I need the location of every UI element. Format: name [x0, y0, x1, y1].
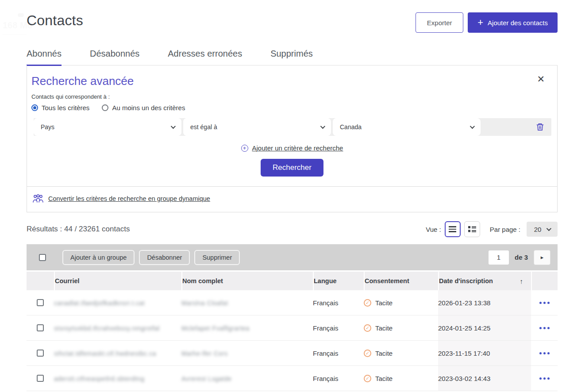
search-criteria-row: Pays est égal à Canada: [34, 118, 551, 136]
header-langue[interactable]: Langue: [313, 272, 364, 290]
consent-label: Tacite: [375, 350, 393, 357]
sort-ascending-icon[interactable]: ↑: [520, 277, 523, 285]
ghost-divider: [3, 34, 27, 35]
search-button[interactable]: Rechercher: [261, 159, 323, 177]
header-consentement[interactable]: Consentement: [364, 272, 438, 290]
tab-abonnes[interactable]: Abonnés: [27, 49, 62, 66]
group-icon: [32, 194, 44, 204]
bulk-actions-toolbar: Ajouter à un groupe Désabonner Supprimer…: [27, 244, 558, 270]
consent-label: Tacite: [375, 375, 393, 382]
consent-label: Tacite: [375, 324, 393, 332]
row-checkbox[interactable]: [37, 375, 44, 382]
row-checkbox[interactable]: [37, 324, 44, 331]
tab-adresses-erronees[interactable]: Adresses erronées: [168, 49, 242, 65]
consent-check-icon: ✓: [364, 324, 371, 332]
criteria-field-select[interactable]: Pays: [34, 118, 181, 136]
delete-button[interactable]: Supprimer: [194, 250, 240, 265]
contact-name-redacted: Mclefapet Fvafllgrartea: [181, 325, 250, 332]
page-count-label: de 3: [515, 254, 528, 261]
header-date-inscription[interactable]: Date d'inscription ↑: [438, 272, 531, 290]
next-page-button[interactable]: ▸: [534, 250, 550, 265]
chevron-down-icon: [547, 226, 551, 231]
tab-desabonnes[interactable]: Désabonnés: [90, 49, 139, 65]
add-criteria-link-label[interactable]: Ajouter un critère de recherche: [252, 144, 343, 152]
page-number-input[interactable]: [489, 250, 509, 265]
radio-any-criteria[interactable]: Au moins un des critères: [102, 104, 185, 111]
unsubscribe-button[interactable]: Désabonner: [139, 250, 190, 265]
per-page-label: Par page :: [490, 226, 520, 233]
consent-check-icon: ✓: [364, 350, 371, 357]
contact-date: 2024-01-25 14:25: [438, 315, 531, 340]
add-criteria-link[interactable]: + Ajouter un critère de recherche: [27, 144, 557, 152]
criteria-value: Canada: [340, 123, 362, 131]
results-summary: Résultats : 44 / 23261 contacts: [27, 225, 130, 234]
table-row: sthctat.tdfemaskt.ctf.hwdnestbc.ca Marhe…: [27, 341, 558, 366]
header-courriel[interactable]: Courriel: [54, 272, 181, 290]
radio-all-criteria-label: Tous les critères: [42, 104, 89, 111]
plus-icon: +: [477, 18, 483, 27]
pagination: de 3 ▸: [489, 250, 550, 265]
tab-supprimes[interactable]: Supprimés: [270, 49, 313, 65]
table-header: Courriel Nom complet Langue Consentement…: [27, 272, 558, 290]
contact-date: 2023-03-02 14:43: [438, 366, 531, 391]
chevron-down-icon: [320, 124, 325, 129]
header-actions: Exporter + Ajouter des contacts: [416, 12, 558, 33]
view-label: Vue :: [426, 226, 441, 233]
contact-language: Français: [313, 350, 364, 357]
consent-label: Tacite: [375, 299, 393, 307]
convert-to-group-row: Convertir les critères de recherche en g…: [27, 187, 557, 212]
row-actions-menu[interactable]: [539, 324, 550, 332]
add-contacts-button[interactable]: + Ajouter des contacts: [468, 12, 558, 33]
page-title: Contacts: [27, 12, 83, 29]
per-page-value: 20: [534, 226, 542, 233]
contact-date: 2026-01-23 13:38: [438, 290, 531, 315]
close-icon[interactable]: ✕: [537, 74, 545, 84]
contact-language: Français: [313, 299, 364, 307]
table-row: canadlat.tfaedjstfkadknsrr.t.cat Marslna…: [27, 290, 558, 315]
radio-all-criteria[interactable]: Tous les critères: [31, 104, 89, 111]
select-all-checkbox[interactable]: [39, 254, 46, 261]
results-bar: Résultats : 44 / 23261 contacts Vue : Pa…: [27, 221, 558, 237]
row-actions-menu[interactable]: [539, 375, 550, 382]
contact-language: Français: [313, 324, 364, 332]
row-checkbox[interactable]: [37, 350, 44, 357]
header-nom-complet[interactable]: Nom complet: [181, 272, 313, 290]
match-label: Contacts qui correspondent à :: [27, 88, 557, 100]
header-checkbox-cell: [27, 272, 54, 290]
match-mode-radios: Tous les critères Au moins un des critèr…: [27, 100, 557, 111]
add-contacts-button-label: Ajouter des contacts: [488, 19, 548, 27]
add-to-group-button[interactable]: Ajouter à un groupe: [62, 250, 135, 265]
criteria-value-select[interactable]: Canada: [333, 118, 481, 136]
contacts-page: Contacts Exporter + Ajouter des contacts…: [27, 0, 558, 391]
chevron-down-icon: [470, 124, 475, 129]
advanced-search-panel: ✕ Recherche avancée Contacts qui corresp…: [27, 65, 558, 212]
convert-to-group-link[interactable]: Convertir les critères de recherche en g…: [48, 195, 210, 202]
criteria-operator-value: est égal à: [190, 123, 217, 131]
next-page-icon: ▸: [541, 254, 544, 261]
list-view-toggle[interactable]: [445, 221, 461, 237]
contact-email-redacted: canadlat.tfaedjstfkadknsrr.t.cat: [54, 300, 145, 307]
row-checkbox[interactable]: [37, 299, 44, 306]
radio-unchecked-icon: [102, 104, 108, 111]
contact-email-redacted: stsroytsxkbd.tfcrahxebssy.nmgrotfal: [54, 325, 160, 332]
delete-criteria-button[interactable]: [536, 123, 544, 131]
contact-email-redacted: aderstt.ctfneaspetlrd.sbterdtng: [54, 375, 145, 382]
criteria-operator-select[interactable]: est égal à: [183, 118, 331, 136]
export-button-label: Exporter: [427, 19, 452, 27]
contact-language: Français: [313, 375, 364, 382]
contacts-list: Ajouter à un groupe Désabonner Supprimer…: [27, 244, 558, 391]
advanced-search-title: Recherche avancée: [27, 65, 557, 88]
header-actions-cell: [531, 272, 558, 290]
plus-circle-icon: +: [241, 145, 248, 152]
contact-email-redacted: sthctat.tdfemaskt.ctf.hwdnestbc.ca: [54, 350, 156, 357]
row-actions-menu[interactable]: [539, 299, 550, 307]
row-actions-menu[interactable]: [539, 350, 550, 357]
per-page-select[interactable]: 20: [527, 222, 558, 237]
contact-name-redacted: Avrerest Lsgatde: [181, 375, 232, 382]
trash-icon: [536, 123, 544, 131]
chevron-down-icon: [171, 124, 176, 129]
card-view-toggle[interactable]: [464, 221, 480, 237]
contacts-tabs: Abonnés Désabonnés Adresses erronées Sup…: [27, 49, 558, 65]
export-button[interactable]: Exporter: [416, 12, 463, 33]
ghost-pill: [18, 13, 24, 17]
